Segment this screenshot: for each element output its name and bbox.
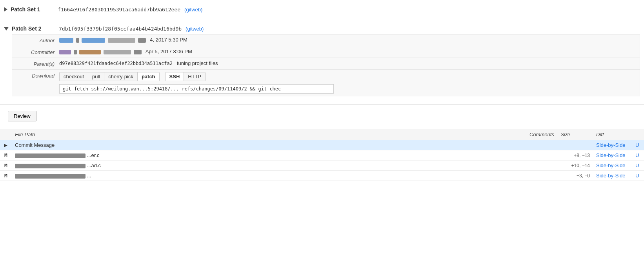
path-redacted bbox=[15, 174, 86, 179]
download-protocol-tabs: SSH HTTP bbox=[165, 72, 206, 81]
col-file-path: File Path bbox=[12, 129, 526, 140]
file-unified-link[interactable]: U bbox=[632, 150, 644, 161]
committer-date: Apr 5, 2017 8:06 PM bbox=[146, 49, 192, 54]
patch-set-2-label: Patch Set 2 bbox=[12, 25, 59, 32]
diff-side-by-side-link[interactable]: Side-by-Side bbox=[596, 152, 625, 158]
path-redacted bbox=[15, 153, 86, 158]
file-size: +3, −0 bbox=[558, 171, 593, 181]
patch-set-1-toggle-icon[interactable] bbox=[4, 7, 7, 12]
file-diff[interactable]: Side-by-Side bbox=[593, 150, 632, 161]
col-u bbox=[632, 129, 644, 140]
author-redacted-4 bbox=[108, 38, 135, 43]
file-diff[interactable]: Side-by-Side bbox=[593, 161, 632, 171]
diff-side-by-side-link[interactable]: Side-by-Side bbox=[596, 142, 625, 148]
patch-set-1-gitweb-link[interactable]: (gitweb) bbox=[184, 7, 202, 13]
author-value: 4, 2017 5:30 PM bbox=[59, 37, 640, 43]
author-redacted-1 bbox=[59, 38, 73, 43]
committer-redacted-5 bbox=[134, 50, 142, 54]
patch-set-2-details: Author 4, 2017 5:30 PM Committer bbox=[12, 34, 640, 96]
table-row[interactable]: M ...ad.c+10, −14Side-by-SideU bbox=[0, 161, 644, 171]
committer-row: Committer Apr 5, 2017 8:06 PM bbox=[12, 46, 640, 58]
patch-set-2-row[interactable]: Patch Set 2 7db1f695f3379bf28f05ccfaa4b4… bbox=[0, 23, 644, 34]
download-type-tabs: checkout pull cherry-pick patch bbox=[59, 72, 160, 81]
patch-set-1-row[interactable]: Patch Set 1 f1664e916f280301195391aca6ad… bbox=[0, 4, 644, 15]
parent-hash: d97e88329f421fdaadec64ef22bbd34a511acfa2 bbox=[59, 61, 173, 66]
download-label: Download bbox=[12, 72, 59, 79]
file-path[interactable]: ...er.c bbox=[12, 150, 526, 161]
file-size: +8, −13 bbox=[558, 150, 593, 161]
parents-row: Parent(s) d97e88329f421fdaadec64ef22bbd3… bbox=[12, 58, 640, 70]
file-path[interactable]: Commit Message bbox=[12, 140, 526, 150]
committer-redacted-2 bbox=[74, 50, 77, 54]
tab-cherry-pick[interactable]: cherry-pick bbox=[104, 72, 138, 81]
file-size: +10, −14 bbox=[558, 161, 593, 171]
tab-checkout[interactable]: checkout bbox=[60, 72, 88, 81]
col-comments: Comments bbox=[526, 129, 558, 140]
parents-label: Parent(s) bbox=[12, 60, 59, 67]
col-size: Size bbox=[558, 129, 593, 140]
file-path[interactable]: ... bbox=[12, 171, 526, 181]
files-table-body: ▶Commit MessageSide-by-SideUM ...er.c+8,… bbox=[0, 140, 644, 181]
file-status: M bbox=[0, 161, 12, 171]
file-status[interactable]: ▶ bbox=[0, 140, 12, 150]
patch-set-1-section: Patch Set 1 f1664e916f280301195391aca6ad… bbox=[0, 0, 644, 19]
author-row: Author 4, 2017 5:30 PM bbox=[12, 34, 640, 46]
files-table: File Path Comments Size Diff ▶Commit Mes… bbox=[0, 129, 644, 181]
committer-redacted-3 bbox=[79, 50, 101, 54]
table-row[interactable]: M ...er.c+8, −13Side-by-SideU bbox=[0, 150, 644, 161]
file-comments bbox=[526, 161, 558, 171]
file-diff[interactable]: Side-by-Side bbox=[593, 140, 632, 150]
files-section: File Path Comments Size Diff ▶Commit Mes… bbox=[0, 129, 644, 181]
author-redacted-5 bbox=[138, 38, 146, 43]
file-size bbox=[558, 140, 593, 150]
file-status: M bbox=[0, 171, 12, 181]
file-status: M bbox=[0, 150, 12, 161]
tab-pull[interactable]: pull bbox=[88, 72, 104, 81]
file-comments bbox=[526, 140, 558, 150]
author-redacted-3 bbox=[82, 38, 105, 43]
patch-set-1-label: Patch Set 1 bbox=[11, 6, 58, 13]
files-header-row: File Path Comments Size Diff bbox=[0, 129, 644, 140]
parents-value: d97e88329f421fdaadec64ef22bbd34a511acfa2… bbox=[59, 60, 640, 66]
file-path[interactable]: ...ad.c bbox=[12, 161, 526, 171]
parent-description: tuning project files bbox=[177, 60, 218, 66]
col-expand bbox=[0, 129, 12, 140]
u-link[interactable]: U bbox=[635, 173, 639, 179]
patch-set-2-toggle-icon[interactable] bbox=[4, 27, 9, 31]
patch-set-2-hash: 7db1f695f3379bf28f05ccfaa4b4b424bd16bd9b bbox=[59, 26, 182, 32]
file-unified-link[interactable]: U bbox=[632, 161, 644, 171]
committer-value: Apr 5, 2017 8:06 PM bbox=[59, 49, 640, 54]
tab-ssh[interactable]: SSH bbox=[166, 72, 184, 81]
committer-redacted-1 bbox=[59, 50, 71, 54]
file-unified-link[interactable]: U bbox=[632, 140, 644, 150]
path-redacted bbox=[15, 164, 86, 168]
patch-set-2-section: Patch Set 2 7db1f695f3379bf28f05ccfaa4b4… bbox=[0, 19, 644, 105]
download-value: checkout pull cherry-pick patch SSH HTTP… bbox=[59, 72, 640, 94]
tab-http[interactable]: HTTP bbox=[184, 72, 205, 81]
table-row[interactable]: ▶Commit MessageSide-by-SideU bbox=[0, 140, 644, 150]
patch-set-1-hash: f1664e916f280301195391aca6add7bb9a612eee bbox=[58, 7, 180, 13]
committer-redacted-4 bbox=[104, 50, 131, 54]
file-comments bbox=[526, 171, 558, 181]
table-row[interactable]: M ...+3, −0Side-by-SideU bbox=[0, 171, 644, 181]
author-redacted-2 bbox=[76, 38, 79, 43]
u-link[interactable]: U bbox=[635, 152, 639, 158]
review-section: Review bbox=[0, 105, 644, 128]
download-command[interactable]: git fetch ssh://weilong.wan...5:29418/..… bbox=[59, 84, 334, 94]
diff-side-by-side-link[interactable]: Side-by-Side bbox=[596, 173, 625, 179]
file-unified-link[interactable]: U bbox=[632, 171, 644, 181]
file-comments bbox=[526, 150, 558, 161]
patch-set-2-gitweb-link[interactable]: (gitweb) bbox=[186, 26, 204, 32]
u-link[interactable]: U bbox=[635, 162, 639, 168]
col-diff: Diff bbox=[593, 129, 632, 140]
author-label: Author bbox=[12, 37, 59, 43]
review-button[interactable]: Review bbox=[8, 111, 36, 121]
diff-side-by-side-link[interactable]: Side-by-Side bbox=[596, 162, 625, 168]
file-diff[interactable]: Side-by-Side bbox=[593, 171, 632, 181]
files-table-header: File Path Comments Size Diff bbox=[0, 129, 644, 140]
u-link[interactable]: U bbox=[635, 142, 639, 148]
download-row: Download checkout pull cherry-pick patch… bbox=[12, 70, 640, 96]
committer-label: Committer bbox=[12, 49, 59, 55]
author-date: 4, 2017 5:30 PM bbox=[150, 37, 187, 43]
tab-patch[interactable]: patch bbox=[138, 72, 159, 81]
